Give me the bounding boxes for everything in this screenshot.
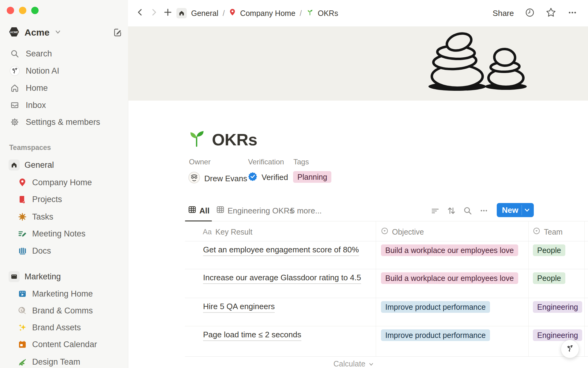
sidebar: ACME Acme Search Notion AI Home Inbox xyxy=(0,0,128,368)
clock-history-icon[interactable] xyxy=(525,8,535,19)
column-header-objective[interactable]: Objective xyxy=(381,226,424,237)
new-button-label: New xyxy=(497,205,518,215)
sidebar-item-brand-assets[interactable]: Brand Assets xyxy=(17,320,81,335)
active-tab-underline xyxy=(185,220,212,221)
row-divider xyxy=(185,269,588,269)
sidebar-item-label: Projects xyxy=(32,195,62,204)
sidebar-item-label: Docs xyxy=(32,246,51,256)
sidebar-item-marketing-home[interactable]: Marketing Home xyxy=(17,286,93,302)
owner-property-value[interactable]: Drew Evans xyxy=(188,172,247,186)
search-icon[interactable] xyxy=(463,206,472,215)
breadcrumb-general[interactable]: General xyxy=(191,9,218,18)
objective-tag[interactable]: Improve product performance xyxy=(381,329,490,341)
sidebar-item-label: Brand Assets xyxy=(32,323,81,332)
sort-icon[interactable] xyxy=(447,206,456,215)
sidebar-item-label: Brand & Comms xyxy=(32,306,93,316)
verification-property-label: Verification xyxy=(248,158,284,166)
team-tag[interactable]: Engineering xyxy=(533,329,582,341)
column-header-team[interactable]: Team xyxy=(533,226,563,237)
column-divider[interactable] xyxy=(376,221,376,356)
close-window-button[interactable] xyxy=(7,7,14,14)
sidebar-item-projects[interactable]: Projects xyxy=(17,191,62,207)
sidebar-item-label: Meeting Notes xyxy=(32,229,85,239)
teamspace-label: Marketing xyxy=(24,272,61,282)
sidebar-item-content-calendar[interactable]: Content Calendar xyxy=(17,336,97,352)
column-header-label: Objective xyxy=(392,228,424,236)
tags-property-label: Tags xyxy=(293,158,309,166)
table-row-key-result[interactable]: Hire 5 QA engineers xyxy=(203,302,275,313)
objective-tag[interactable]: Build a workplace our employees love xyxy=(381,272,518,284)
workspace-switcher[interactable]: ACME Acme xyxy=(9,26,61,39)
table-row-key-result[interactable]: Page load time ≤ 2 seconds xyxy=(203,330,301,341)
compose-icon[interactable] xyxy=(113,28,123,39)
plus-icon[interactable] xyxy=(164,8,172,18)
tab-all[interactable]: All xyxy=(188,202,209,219)
column-divider[interactable] xyxy=(528,221,529,356)
table-row-key-result[interactable]: Increase our average Glassdoor rating to… xyxy=(203,273,361,284)
sidebar-item-inbox[interactable]: Inbox xyxy=(9,97,46,113)
sidebar-item-settings[interactable]: Settings & members xyxy=(9,114,100,130)
table-view-icon xyxy=(216,205,224,216)
tabs-more-button[interactable]: 5 more... xyxy=(290,202,322,219)
sidebar-item-design-team[interactable]: Design Team xyxy=(17,354,80,368)
column-header-key-result[interactable]: Aa Key Result xyxy=(203,226,252,237)
filter-icon[interactable] xyxy=(431,206,440,215)
verification-property-value[interactable]: Verified xyxy=(248,172,288,183)
tab-label: All xyxy=(199,206,209,216)
more-dots-icon[interactable] xyxy=(567,7,578,19)
share-button[interactable]: Share xyxy=(493,9,514,18)
forward-chevron-icon[interactable] xyxy=(150,8,158,19)
breadcrumb-separator: / xyxy=(223,9,225,18)
stacked-stones-drawing xyxy=(128,26,588,101)
more-dots-icon[interactable] xyxy=(479,206,488,215)
cover-image xyxy=(128,26,588,101)
sidebar-item-label: Design Team xyxy=(32,357,80,367)
sidebar-item-search[interactable]: Search xyxy=(9,46,52,62)
zoom-window-button[interactable] xyxy=(31,7,39,14)
owner-name: Drew Evans xyxy=(204,174,247,183)
breadcrumb: General / Company Home / OKRs xyxy=(136,0,338,26)
tab-engineering-okrs[interactable]: Engineering OKRs xyxy=(216,202,293,219)
topbar: General / Company Home / OKRs Share xyxy=(128,0,588,26)
team-tag[interactable]: People xyxy=(533,244,565,256)
calculate-button[interactable]: Calculate xyxy=(312,359,374,368)
home-badge-icon[interactable] xyxy=(176,8,187,18)
sidebar-item-home[interactable]: Home xyxy=(9,80,48,96)
inbox-icon xyxy=(9,101,21,109)
notion-window: ACME Acme Search Notion AI Home Inbox xyxy=(0,0,588,368)
sidebar-item-notion-ai[interactable]: Notion AI xyxy=(9,63,59,79)
gear-icon xyxy=(9,117,21,127)
notion-ai-floating-button[interactable] xyxy=(561,340,579,358)
chevron-down-icon[interactable] xyxy=(524,207,530,215)
orange-calendar-icon xyxy=(17,340,28,349)
back-chevron-icon[interactable] xyxy=(136,8,144,19)
team-tag[interactable]: Engineering xyxy=(533,301,582,313)
sidebar-item-label: Notion AI xyxy=(26,66,59,76)
new-button[interactable]: New xyxy=(497,203,534,217)
sidebar-item-tasks[interactable]: Tasks xyxy=(17,209,53,225)
team-tag[interactable]: People xyxy=(533,272,565,284)
topbar-actions: Share xyxy=(493,0,578,26)
sidebar-item-label: Home xyxy=(26,83,48,93)
row-divider xyxy=(185,356,588,357)
sidebar-item-brand-comms[interactable]: Brand & Comms xyxy=(17,303,93,319)
sidebar-item-meeting-notes[interactable]: Meeting Notes xyxy=(17,226,85,242)
tag-planning[interactable]: Planning xyxy=(293,171,331,183)
sidebar-teamspace-general[interactable]: General xyxy=(9,157,54,173)
objective-tag[interactable]: Build a workplace our employees love xyxy=(381,244,518,256)
page-emoji seedling-icon[interactable] xyxy=(187,128,206,149)
sidebar-item-label: Marketing Home xyxy=(32,289,93,299)
select-circle-icon xyxy=(381,227,388,236)
objective-tag[interactable]: Improve product performance xyxy=(381,301,490,313)
sidebar-item-label: Content Calendar xyxy=(32,340,97,349)
sidebar-item-docs[interactable]: Docs xyxy=(17,243,51,259)
sidebar-item-company-home[interactable]: Company Home xyxy=(17,174,92,190)
row-divider xyxy=(185,241,588,241)
column-divider[interactable] xyxy=(584,221,585,356)
breadcrumb-company-home[interactable]: Company Home xyxy=(240,9,296,18)
table-row-key-result[interactable]: Get an employee engagement score of 80% xyxy=(203,245,359,256)
breadcrumb-okrs[interactable]: OKRs xyxy=(318,9,338,18)
minimize-window-button[interactable] xyxy=(19,7,26,14)
star-icon[interactable] xyxy=(546,7,556,19)
sidebar-teamspace-marketing[interactable]: Marketing xyxy=(9,269,61,285)
